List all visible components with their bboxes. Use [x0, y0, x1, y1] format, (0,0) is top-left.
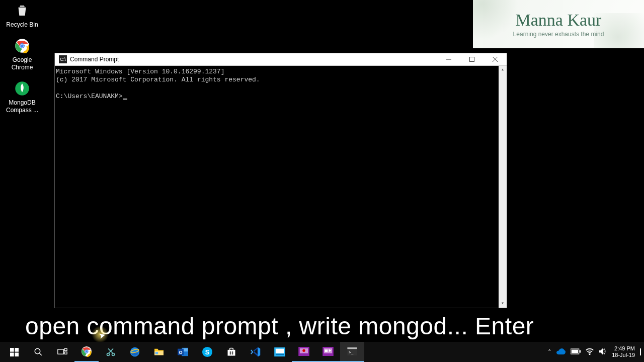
- terminal-prompt: C:\Users\EAUNAKM>: [56, 93, 123, 100]
- taskbar-recorder1[interactable]: [292, 342, 316, 362]
- svg-point-21: [86, 350, 88, 353]
- video-subtitle: open command prompt , write mongod... En…: [25, 312, 619, 340]
- svg-rect-29: [155, 352, 158, 354]
- svg-point-56: [589, 354, 590, 355]
- svg-rect-11: [10, 352, 14, 356]
- clock-time: 2:49 PM: [612, 345, 635, 352]
- svg-rect-37: [230, 351, 231, 353]
- task-view-button[interactable]: [50, 342, 74, 362]
- taskbar-app-blue[interactable]: [268, 342, 292, 362]
- minimize-button[interactable]: [437, 53, 460, 66]
- terminal-cursor: [123, 99, 127, 100]
- taskbar-vscode[interactable]: [244, 342, 268, 362]
- scroll-down-icon[interactable]: ▾: [501, 300, 504, 308]
- mongodb-icon: [14, 80, 31, 97]
- terminal-blank: [56, 84, 506, 93]
- chrome-icon: [14, 37, 31, 54]
- svg-text:O: O: [179, 350, 182, 355]
- svg-point-23: [112, 353, 115, 356]
- terminal-line: (c) 2017 Microsoft Corporation. All righ…: [56, 76, 506, 84]
- taskbar-snip[interactable]: [99, 342, 123, 362]
- svg-point-3: [21, 45, 24, 48]
- clock[interactable]: 2:49 PM 18-Jul-19: [612, 345, 635, 358]
- desktop-icon-label: Recycle Bin: [3, 21, 41, 28]
- desktop-icon-label: MongoDB Compass ...: [3, 99, 41, 114]
- svg-rect-9: [10, 348, 14, 352]
- window-title: Command Prompt: [70, 56, 437, 63]
- svg-rect-39: [230, 353, 231, 355]
- svg-rect-51: [347, 347, 357, 349]
- svg-rect-38: [232, 351, 233, 353]
- battery-icon[interactable]: [571, 348, 581, 355]
- svg-point-22: [107, 353, 110, 356]
- volume-icon[interactable]: [599, 348, 607, 356]
- maximize-button[interactable]: [460, 53, 484, 66]
- taskbar: O S >_ ˄ 2:49 PM 18-Jul-19: [0, 342, 644, 362]
- svg-rect-36: [228, 350, 235, 356]
- clock-date: 18-Jul-19: [612, 352, 635, 358]
- desktop-icon-mongodb[interactable]: MongoDB Compass ...: [3, 80, 41, 114]
- svg-point-13: [35, 348, 40, 354]
- terminal-line: Microsoft Windows [Version 10.0.16299.12…: [56, 68, 506, 76]
- action-center-icon[interactable]: [640, 349, 641, 355]
- taskbar-outlook[interactable]: O: [171, 342, 195, 362]
- taskbar-skype[interactable]: S: [195, 342, 219, 362]
- terminal-prompt-line: C:\Users\EAUNAKM>: [56, 93, 506, 101]
- brand-watermark: Manna Kaur Learning never exhausts the m…: [473, 0, 644, 48]
- taskbar-recorder2[interactable]: [316, 342, 340, 362]
- onedrive-icon[interactable]: [556, 348, 566, 355]
- svg-point-46: [302, 349, 305, 352]
- svg-rect-10: [15, 348, 19, 352]
- svg-rect-55: [572, 350, 578, 353]
- close-button[interactable]: [484, 53, 507, 66]
- desktop-icon-chrome[interactable]: Google Chrome: [3, 37, 41, 71]
- svg-rect-15: [58, 349, 64, 354]
- svg-rect-16: [64, 348, 67, 350]
- start-button[interactable]: [2, 342, 26, 362]
- desktop-icon-recycle-bin[interactable]: Recycle Bin: [3, 2, 41, 28]
- taskbar-file-explorer[interactable]: [147, 342, 171, 362]
- taskbar-chrome[interactable]: [74, 342, 99, 362]
- svg-rect-54: [580, 350, 581, 353]
- cmd-icon: C:\: [59, 55, 67, 63]
- taskbar-cmd[interactable]: >_: [340, 342, 364, 362]
- wifi-icon[interactable]: [586, 348, 594, 356]
- taskbar-store[interactable]: [219, 342, 244, 362]
- recycle-bin-icon: [14, 2, 31, 19]
- taskbar-ie[interactable]: [123, 342, 147, 362]
- terminal-scrollbar[interactable]: ▴ ▾: [499, 66, 507, 308]
- window-titlebar[interactable]: C:\ Command Prompt: [55, 53, 507, 66]
- command-prompt-window: C:\ Command Prompt Microsoft Windows [Ve…: [54, 53, 507, 308]
- tray-chevron-icon[interactable]: ˄: [548, 348, 551, 356]
- svg-rect-17: [64, 352, 67, 354]
- svg-rect-49: [325, 349, 328, 352]
- system-tray: ˄ 2:49 PM 18-Jul-19: [548, 345, 642, 358]
- brand-name: Manna Kaur: [516, 11, 602, 30]
- svg-rect-6: [470, 57, 474, 62]
- svg-rect-42: [276, 349, 284, 353]
- desktop-icon-label: Google Chrome: [3, 56, 41, 71]
- svg-rect-43: [276, 354, 284, 355]
- svg-text:S: S: [205, 348, 210, 356]
- svg-rect-40: [232, 353, 233, 355]
- svg-line-14: [39, 353, 42, 355]
- svg-rect-12: [15, 352, 19, 356]
- scroll-up-icon[interactable]: ▴: [501, 66, 504, 74]
- terminal-body[interactable]: Microsoft Windows [Version 10.0.16299.12…: [55, 66, 507, 308]
- brand-tagline: Learning never exhausts the mind: [513, 31, 604, 38]
- svg-text:>_: >_: [349, 350, 354, 354]
- desktop-icons: Recycle Bin Google Chrome MongoDB Compas…: [3, 2, 43, 123]
- search-button[interactable]: [26, 342, 50, 362]
